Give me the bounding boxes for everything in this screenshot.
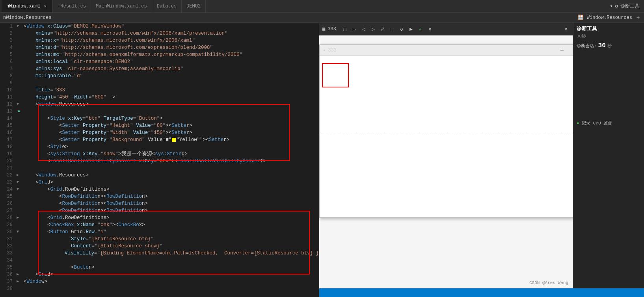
diag-subheader: 30秒	[577, 33, 641, 39]
expand-icon[interactable]	[17, 214, 21, 221]
line-content[interactable]: <Setter Property="Background" Value=■""Y…	[22, 136, 319, 143]
line-number: 27	[0, 207, 16, 214]
code-line-14: 14 <Style x:Key="btn" TargetType="Button…	[0, 115, 319, 122]
preview-grid-icon: ▦	[322, 26, 325, 32]
line-number: 25	[0, 193, 16, 200]
line-content[interactable]: xmlns:local="clr-namespace:DEMO2"	[22, 58, 319, 65]
line-content[interactable]: mc:Ignorable="d"	[22, 72, 319, 80]
collapse-icon[interactable]	[17, 186, 21, 193]
tool-flip-icon[interactable]: ↔	[388, 25, 396, 33]
code-line-23: 23 <Grid>	[0, 179, 319, 186]
tool-refresh-icon[interactable]: ↺	[398, 25, 406, 33]
line-content[interactable]: <Grid.RowDefinitions>	[22, 186, 319, 193]
code-line-11: 11 Height="450" Width="800" >	[0, 94, 319, 101]
line-gutter	[16, 165, 22, 172]
tool-frame-icon[interactable]: ⬚	[341, 25, 349, 33]
tool-expand-icon[interactable]: ⤢	[379, 25, 387, 33]
expand-icon[interactable]	[17, 271, 21, 278]
line-content[interactable]: <Window>	[22, 278, 319, 285]
line-number: 5	[0, 51, 16, 58]
code-line-5: 5 xmlns:mc="http://schemas.openxmlformat…	[0, 51, 319, 58]
line-content[interactable]: <CheckBox x:Name="chk"><CheckBox>	[22, 221, 319, 228]
tab-tresult[interactable]: TResult.cs	[53, 0, 91, 12]
line-content[interactable]: <RowDefinition><RowDefinition>	[22, 207, 319, 214]
preview-maximize-button[interactable]: □	[570, 45, 573, 56]
tab-data-cs[interactable]: Data.cs	[152, 0, 182, 12]
preview-title: ▦ 333	[322, 26, 336, 32]
line-content[interactable]: Visibility="{Binding ElementName=chk,Pat…	[16, 250, 319, 257]
preview-minimize-button[interactable]: ─	[554, 45, 570, 56]
settings-icon[interactable]: ⚙	[615, 3, 618, 9]
collapse-icon[interactable]	[17, 228, 21, 236]
line-content[interactable]	[22, 80, 319, 87]
line-gutter	[16, 228, 22, 236]
tool-phone-icon[interactable]: ▭	[350, 25, 358, 33]
line-content[interactable]: <Setter Property="Width" Value="150"><Se…	[22, 129, 319, 136]
watermark: CSDN @Ares-Wang	[529, 280, 568, 285]
line-content[interactable]: <Setter Property="Height" Value="80"><Se…	[22, 122, 319, 129]
line-content[interactable]: <Button Grid.Row="1"	[22, 228, 319, 236]
collapse-icon[interactable]	[17, 23, 21, 30]
line-gutter	[16, 150, 22, 158]
line-content[interactable]: Style="{StaticResource btn}"	[22, 236, 319, 243]
line-content[interactable]: <Window x:Class="DEMO2.MainWindow"	[22, 23, 319, 30]
preview-toolbar: ▦ 333 ⬚ ▭ ◁ ▷ ⤢ ↔ ↺ ▶ ✓ ✕ ✕	[319, 23, 573, 35]
tool-close-icon[interactable]: ✕	[426, 25, 434, 33]
line-content[interactable]	[22, 165, 319, 172]
tool-right-icon[interactable]: ▷	[369, 25, 377, 33]
line-content[interactable]: Height="450" Width="800" >	[22, 94, 319, 101]
line-content[interactable]: <Grid>	[22, 179, 319, 186]
line-content[interactable]: <RowDefinition><RowDefinition>	[22, 200, 319, 207]
line-content[interactable]: xmlns:sys="clr-namespace:System;assembly…	[22, 65, 319, 72]
breadcrumb-right-text: Window.Resources	[587, 15, 632, 20]
line-content[interactable]: Title="333"	[22, 87, 319, 94]
collapse-icon[interactable]	[17, 101, 21, 108]
line-content[interactable]	[22, 108, 319, 115]
tab-mainwindow-cs[interactable]: MainWindow.xaml.cs	[91, 0, 152, 12]
tab-bar-right: ▾ ⚙ 诊断工具	[610, 3, 642, 9]
line-content[interactable]: <Style x:Key="btn" TargetType="Button">	[22, 115, 319, 122]
code-line-32: 32 Content="{StaticResource show}"	[0, 243, 319, 250]
line-content[interactable]: <local:BoolToVisibilityConvert x:Key="bt…	[22, 158, 319, 165]
expand-icon[interactable]	[17, 278, 21, 285]
dropdown-icon[interactable]: ▾	[610, 3, 613, 9]
add-icon[interactable]: ＋	[635, 14, 641, 21]
line-gutter: ●	[16, 108, 22, 115]
line-gutter	[16, 236, 22, 243]
tool-check-icon[interactable]: ✓	[417, 25, 424, 33]
line-gutter	[16, 80, 22, 87]
line-content[interactable]: <Window.Resources>	[22, 101, 319, 108]
code-line-19: 19 <sys:String x:Key="show">我是一个资源<sys:S…	[0, 150, 319, 158]
line-gutter	[16, 158, 22, 165]
right-panel-inner: ▦ 333 ⬚ ▭ ◁ ▷ ⤢ ↔ ↺ ▶ ✓ ✕ ✕	[319, 23, 644, 288]
tab-close-icon[interactable]: ✕	[43, 3, 48, 9]
line-content[interactable]: <Grid.RowDefinitions>	[22, 214, 319, 221]
line-content[interactable]	[22, 285, 319, 292]
line-content[interactable]: <Grid>	[22, 271, 319, 278]
line-content[interactable]: <Window.Resources>	[22, 172, 319, 179]
line-content[interactable]: xmlns:x="http://schemas.microsoft.com/wi…	[22, 37, 319, 44]
collapse-icon[interactable]	[17, 179, 21, 186]
tool-left-icon[interactable]: ◁	[360, 25, 368, 33]
code-line-6: 6 xmlns:local="clr-namespace:DEMO2"	[0, 58, 319, 65]
line-content[interactable]: <Style>	[22, 143, 319, 150]
line-content[interactable]: <sys:String x:Key="show">我是一个资源<sys:Stri…	[22, 150, 319, 158]
line-content[interactable]: xmlns="http://schemas.microsoft.com/winf…	[22, 30, 319, 37]
line-content[interactable]: <RowDefinition><RowDefinition>	[22, 193, 319, 200]
tab-mainwindow-xaml[interactable]: nWindow.xaml ✕	[2, 0, 53, 12]
line-content[interactable]: xmlns:mc="http://schemas.openxmlformats.…	[22, 51, 319, 58]
breadcrumb-right: 🪟 Window.Resources ＋	[578, 14, 641, 21]
line-number: 30	[0, 228, 16, 236]
tab-demo2[interactable]: DEMO2	[182, 0, 206, 12]
diag-session-label: 诊断会话:	[577, 43, 597, 49]
line-content[interactable]: Content="{StaticResource show}"	[22, 243, 319, 250]
expand-icon[interactable]	[17, 172, 21, 179]
line-content[interactable]: xmlns:d="http://schemas.microsoft.com/ex…	[22, 44, 319, 51]
tool-close-preview[interactable]: ✕	[562, 25, 570, 33]
code-line-9: 9	[0, 80, 319, 87]
line-content[interactable]: <Button>	[22, 264, 319, 271]
code-editor[interactable]: 1<Window x:Class="DEMO2.MainWindow"2 xml…	[0, 23, 319, 297]
tool-play-icon[interactable]: ▶	[407, 25, 415, 33]
line-content[interactable]	[22, 257, 319, 264]
line-number: 34	[0, 257, 16, 264]
